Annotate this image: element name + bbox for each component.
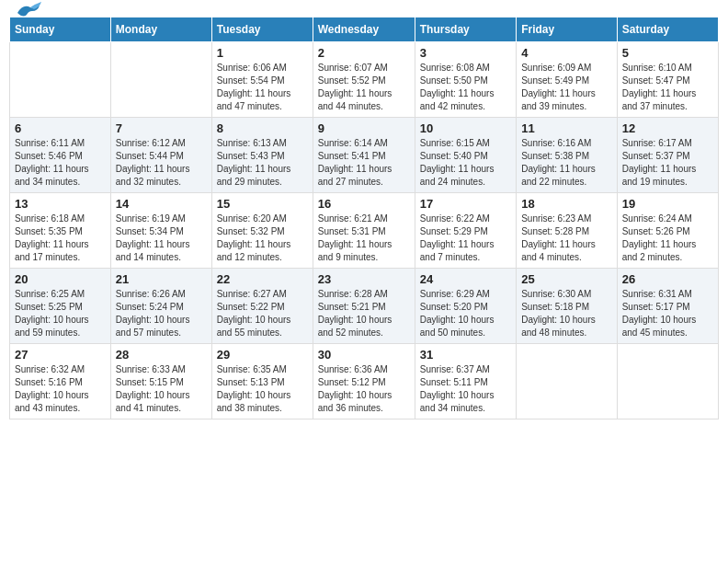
calendar-cell: 27Sunrise: 6:32 AMSunset: 5:16 PMDayligh… bbox=[10, 344, 111, 419]
calendar-cell: 5Sunrise: 6:10 AMSunset: 5:47 PMDaylight… bbox=[617, 42, 718, 118]
calendar-table: SundayMondayTuesdayWednesdayThursdayFrid… bbox=[9, 17, 719, 419]
calendar-cell bbox=[617, 344, 718, 419]
day-info: Sunrise: 6:07 AMSunset: 5:52 PMDaylight:… bbox=[318, 62, 410, 113]
day-number: 4 bbox=[521, 46, 612, 60]
calendar-cell: 19Sunrise: 6:24 AMSunset: 5:26 PMDayligh… bbox=[617, 193, 718, 269]
calendar-cell: 26Sunrise: 6:31 AMSunset: 5:17 PMDayligh… bbox=[617, 269, 718, 344]
day-number: 30 bbox=[318, 348, 410, 362]
calendar-cell: 9Sunrise: 6:14 AMSunset: 5:41 PMDaylight… bbox=[313, 118, 415, 193]
day-info: Sunrise: 6:11 AMSunset: 5:46 PMDaylight:… bbox=[15, 137, 106, 189]
day-info: Sunrise: 6:10 AMSunset: 5:47 PMDaylight:… bbox=[622, 62, 713, 113]
day-info: Sunrise: 6:22 AMSunset: 5:29 PMDaylight:… bbox=[420, 213, 511, 264]
day-number: 8 bbox=[217, 121, 308, 135]
calendar-cell bbox=[10, 42, 111, 118]
calendar-cell: 15Sunrise: 6:20 AMSunset: 5:32 PMDayligh… bbox=[211, 193, 313, 269]
weekday-header-wednesday: Wednesday bbox=[313, 17, 415, 42]
day-info: Sunrise: 6:36 AMSunset: 5:12 PMDaylight:… bbox=[318, 363, 410, 415]
calendar-cell: 4Sunrise: 6:09 AMSunset: 5:49 PMDaylight… bbox=[517, 42, 618, 118]
calendar-cell: 31Sunrise: 6:37 AMSunset: 5:11 PMDayligh… bbox=[415, 344, 516, 419]
day-number: 24 bbox=[420, 272, 511, 286]
day-number: 26 bbox=[622, 272, 713, 286]
calendar-cell: 24Sunrise: 6:29 AMSunset: 5:20 PMDayligh… bbox=[415, 269, 516, 344]
day-number: 25 bbox=[521, 272, 612, 286]
day-info: Sunrise: 6:17 AMSunset: 5:37 PMDaylight:… bbox=[622, 137, 713, 189]
calendar-cell: 17Sunrise: 6:22 AMSunset: 5:29 PMDayligh… bbox=[415, 193, 516, 269]
weekday-header-tuesday: Tuesday bbox=[211, 17, 313, 42]
day-info: Sunrise: 6:13 AMSunset: 5:43 PMDaylight:… bbox=[217, 137, 308, 189]
calendar-cell: 11Sunrise: 6:16 AMSunset: 5:38 PMDayligh… bbox=[517, 118, 618, 193]
day-info: Sunrise: 6:09 AMSunset: 5:49 PMDaylight:… bbox=[521, 62, 612, 113]
day-number: 10 bbox=[420, 121, 511, 135]
day-number: 19 bbox=[622, 197, 713, 211]
weekday-header-thursday: Thursday bbox=[415, 17, 516, 42]
day-info: Sunrise: 6:19 AMSunset: 5:34 PMDaylight:… bbox=[116, 213, 207, 264]
calendar-cell: 21Sunrise: 6:26 AMSunset: 5:24 PMDayligh… bbox=[110, 269, 211, 344]
calendar-cell: 6Sunrise: 6:11 AMSunset: 5:46 PMDaylight… bbox=[10, 118, 111, 193]
weekday-header-monday: Monday bbox=[110, 17, 211, 42]
day-number: 18 bbox=[521, 197, 612, 211]
weekday-header-saturday: Saturday bbox=[617, 17, 718, 42]
day-number: 2 bbox=[318, 46, 410, 60]
day-number: 28 bbox=[116, 348, 207, 362]
day-number: 7 bbox=[116, 121, 207, 135]
day-info: Sunrise: 6:27 AMSunset: 5:22 PMDaylight:… bbox=[217, 288, 308, 339]
day-number: 5 bbox=[622, 46, 713, 60]
day-info: Sunrise: 6:12 AMSunset: 5:44 PMDaylight:… bbox=[116, 137, 207, 189]
day-info: Sunrise: 6:14 AMSunset: 5:41 PMDaylight:… bbox=[318, 137, 410, 189]
day-number: 20 bbox=[15, 272, 106, 286]
day-number: 21 bbox=[116, 272, 207, 286]
calendar-cell bbox=[517, 344, 618, 419]
calendar-cell: 28Sunrise: 6:33 AMSunset: 5:15 PMDayligh… bbox=[110, 344, 211, 419]
day-info: Sunrise: 6:20 AMSunset: 5:32 PMDaylight:… bbox=[217, 213, 308, 264]
day-info: Sunrise: 6:06 AMSunset: 5:54 PMDaylight:… bbox=[217, 62, 308, 113]
calendar-cell: 23Sunrise: 6:28 AMSunset: 5:21 PMDayligh… bbox=[313, 269, 415, 344]
calendar-cell: 1Sunrise: 6:06 AMSunset: 5:54 PMDaylight… bbox=[211, 42, 313, 118]
calendar-cell: 14Sunrise: 6:19 AMSunset: 5:34 PMDayligh… bbox=[110, 193, 211, 269]
day-info: Sunrise: 6:08 AMSunset: 5:50 PMDaylight:… bbox=[420, 62, 511, 113]
calendar-cell: 3Sunrise: 6:08 AMSunset: 5:50 PMDaylight… bbox=[415, 42, 516, 118]
day-number: 17 bbox=[420, 197, 511, 211]
day-info: Sunrise: 6:26 AMSunset: 5:24 PMDaylight:… bbox=[116, 288, 207, 339]
weekday-header-row: SundayMondayTuesdayWednesdayThursdayFrid… bbox=[10, 17, 719, 42]
day-number: 29 bbox=[217, 348, 308, 362]
day-number: 3 bbox=[420, 46, 511, 60]
week-row-5: 27Sunrise: 6:32 AMSunset: 5:16 PMDayligh… bbox=[10, 344, 719, 419]
day-info: Sunrise: 6:18 AMSunset: 5:35 PMDaylight:… bbox=[15, 213, 106, 264]
calendar-cell: 29Sunrise: 6:35 AMSunset: 5:13 PMDayligh… bbox=[211, 344, 313, 419]
day-number: 9 bbox=[318, 121, 410, 135]
calendar-cell: 2Sunrise: 6:07 AMSunset: 5:52 PMDaylight… bbox=[313, 42, 415, 118]
day-number: 23 bbox=[318, 272, 410, 286]
day-number: 11 bbox=[521, 121, 612, 135]
calendar-cell: 22Sunrise: 6:27 AMSunset: 5:22 PMDayligh… bbox=[211, 269, 313, 344]
calendar-cell bbox=[110, 42, 211, 118]
day-info: Sunrise: 6:28 AMSunset: 5:21 PMDaylight:… bbox=[318, 288, 410, 339]
day-info: Sunrise: 6:29 AMSunset: 5:20 PMDaylight:… bbox=[420, 288, 511, 339]
calendar-cell: 30Sunrise: 6:36 AMSunset: 5:12 PMDayligh… bbox=[313, 344, 415, 419]
calendar-cell: 25Sunrise: 6:30 AMSunset: 5:18 PMDayligh… bbox=[517, 269, 618, 344]
calendar-cell: 8Sunrise: 6:13 AMSunset: 5:43 PMDaylight… bbox=[211, 118, 313, 193]
day-info: Sunrise: 6:16 AMSunset: 5:38 PMDaylight:… bbox=[521, 137, 612, 189]
week-row-4: 20Sunrise: 6:25 AMSunset: 5:25 PMDayligh… bbox=[10, 269, 719, 344]
day-info: Sunrise: 6:21 AMSunset: 5:31 PMDaylight:… bbox=[318, 213, 410, 264]
calendar-cell: 12Sunrise: 6:17 AMSunset: 5:37 PMDayligh… bbox=[617, 118, 718, 193]
logo-bird-icon bbox=[16, 2, 41, 22]
weekday-header-friday: Friday bbox=[517, 17, 618, 42]
calendar-cell: 10Sunrise: 6:15 AMSunset: 5:40 PMDayligh… bbox=[415, 118, 516, 193]
day-info: Sunrise: 6:35 AMSunset: 5:13 PMDaylight:… bbox=[217, 363, 308, 415]
day-info: Sunrise: 6:33 AMSunset: 5:15 PMDaylight:… bbox=[116, 363, 207, 415]
day-number: 22 bbox=[217, 272, 308, 286]
day-info: Sunrise: 6:31 AMSunset: 5:17 PMDaylight:… bbox=[622, 288, 713, 339]
calendar-cell: 7Sunrise: 6:12 AMSunset: 5:44 PMDaylight… bbox=[110, 118, 211, 193]
day-number: 13 bbox=[15, 197, 106, 211]
day-info: Sunrise: 6:25 AMSunset: 5:25 PMDaylight:… bbox=[15, 288, 106, 339]
day-info: Sunrise: 6:30 AMSunset: 5:18 PMDaylight:… bbox=[521, 288, 612, 339]
day-info: Sunrise: 6:15 AMSunset: 5:40 PMDaylight:… bbox=[420, 137, 511, 189]
week-row-1: 1Sunrise: 6:06 AMSunset: 5:54 PMDaylight… bbox=[10, 42, 719, 118]
day-info: Sunrise: 6:32 AMSunset: 5:16 PMDaylight:… bbox=[15, 363, 106, 415]
day-number: 16 bbox=[318, 197, 410, 211]
calendar-cell: 13Sunrise: 6:18 AMSunset: 5:35 PMDayligh… bbox=[10, 193, 111, 269]
day-number: 31 bbox=[420, 348, 511, 362]
day-number: 12 bbox=[622, 121, 713, 135]
day-number: 1 bbox=[217, 46, 308, 60]
day-info: Sunrise: 6:24 AMSunset: 5:26 PMDaylight:… bbox=[622, 213, 713, 264]
